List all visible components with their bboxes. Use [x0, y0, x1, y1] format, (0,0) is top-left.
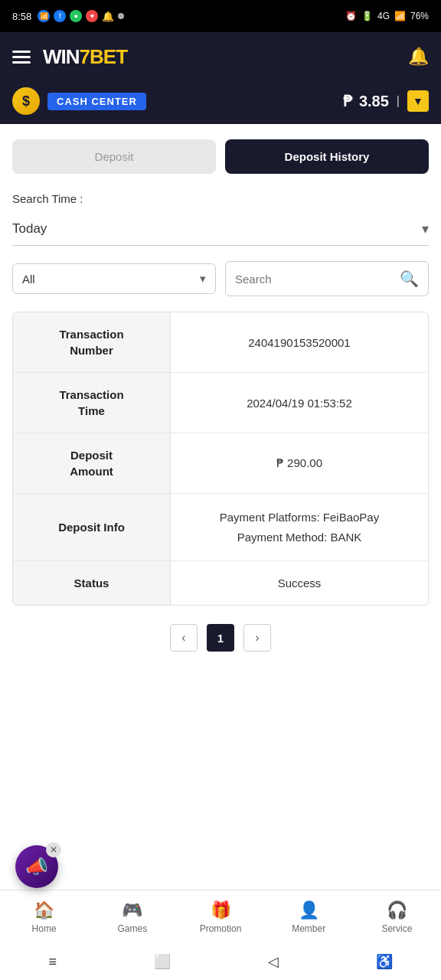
time-dropdown[interactable]: Today ▾: [12, 213, 429, 246]
deposit-tab[interactable]: Deposit: [12, 139, 216, 174]
status-bar: 8:58 📶 f ● ♥ 🔔 ⏰ 🔋 4G 📶 76%: [0, 0, 441, 32]
balance-dropdown[interactable]: ▼: [407, 90, 429, 112]
android-nav-bar: ≡ ⬜ ◁ ♿: [0, 943, 441, 980]
signal-bars: 📶: [394, 11, 406, 21]
nav-item-games[interactable]: 🎮 Games: [88, 890, 176, 943]
floating-promo-button[interactable]: 📣 ✕: [15, 845, 58, 888]
balance-value: 3.85: [359, 93, 389, 109]
android-menu-btn[interactable]: ≡: [48, 954, 57, 970]
nav-label-home: Home: [32, 923, 57, 934]
nav-label-service: Service: [381, 923, 412, 934]
transaction-table: TransactionNumber 24041901535200​01 Tran…: [12, 312, 429, 606]
tx-time-value: 2024/04/19 01:53:52: [171, 373, 428, 433]
filter-selected-value: All: [22, 273, 35, 286]
hamburger-menu[interactable]: [12, 51, 31, 64]
time-display: 8:58: [12, 11, 31, 22]
nav-label-games: Games: [117, 923, 147, 934]
dot-icon: [118, 13, 124, 19]
tx-status-value: Success: [171, 561, 428, 605]
cash-center-label: CASH CENTER: [47, 93, 146, 110]
filter-row: All ▾ 🔍: [12, 261, 429, 296]
wifi-icon: 📶: [38, 10, 50, 22]
search-button[interactable]: 🔍: [400, 270, 419, 288]
search-input-wrap: 🔍: [225, 261, 429, 296]
android-back-btn[interactable]: ◁: [268, 953, 279, 970]
nav-label-member: Member: [292, 923, 325, 934]
cash-center-bar: $ CASH CENTER ₱ 3.85 | ▼: [0, 81, 441, 124]
tx-method: Payment Method: BANK: [237, 528, 362, 547]
member-icon: 👤: [299, 900, 319, 920]
signal-label: 4G: [377, 11, 390, 21]
table-row: TransactionTime 2024/04/19 01:53:52: [13, 373, 428, 433]
nav-label-promotion: Promotion: [200, 923, 242, 934]
time-selected-value: Today: [12, 221, 47, 237]
filter-dropdown-arrow: ▾: [200, 272, 206, 286]
search-input[interactable]: [235, 273, 382, 286]
time-dropdown-arrow: ▾: [422, 220, 429, 237]
main-content: Deposit Deposit History Search Time : To…: [0, 124, 441, 890]
search-time-label: Search Time :: [12, 192, 429, 205]
service-icon: 🎧: [387, 900, 407, 920]
deposit-history-tab[interactable]: Deposit History: [225, 139, 429, 174]
nav-item-service[interactable]: 🎧 Service: [353, 890, 441, 943]
tx-status-label: Status: [13, 561, 171, 605]
logo-text: WIN: [43, 45, 80, 68]
table-row: DepositAmount ₱ 290.00: [13, 433, 428, 494]
alarm-icon: ⏰: [345, 11, 357, 21]
tx-platform: Payment Platforms: FeiBaoPay: [220, 508, 379, 528]
home-icon: 🏠: [34, 900, 54, 920]
tx-info-value: Payment Platforms: FeiBaoPay Payment Met…: [171, 494, 428, 560]
prev-page-button[interactable]: ‹: [170, 624, 198, 652]
games-icon: 🎮: [122, 900, 142, 920]
table-row: Status Success: [13, 561, 428, 605]
filter-all-dropdown[interactable]: All ▾: [12, 263, 216, 294]
tx-time-label: TransactionTime: [13, 373, 171, 433]
bottom-nav: 🏠 Home 🎮 Games 🎁 Promotion 👤 Member 🎧 Se…: [0, 890, 441, 943]
notification-icon: 🔔: [102, 11, 114, 22]
nav-item-home[interactable]: 🏠 Home: [0, 890, 88, 943]
floating-close-button[interactable]: ✕: [46, 842, 61, 858]
battery-level: 76%: [410, 11, 429, 21]
tx-amount-value: ₱ 290.00: [171, 433, 428, 493]
tx-number-value: 24041901535200​01: [171, 312, 428, 372]
tx-amount-label: DepositAmount: [13, 433, 171, 493]
app-header: WIN7BET 🔔: [0, 32, 441, 81]
app-logo: WIN7BET: [43, 45, 127, 69]
fb-icon: f: [54, 10, 66, 22]
android-home-btn[interactable]: ⬜: [154, 953, 171, 970]
app-icon-green: ●: [70, 10, 82, 22]
peso-sign: ₱: [343, 93, 353, 109]
tx-info-label: Deposit Info: [13, 494, 171, 560]
battery-icon: 🔋: [361, 11, 373, 21]
promotion-icon: 🎁: [211, 900, 231, 920]
balance-display: ₱ 3.85: [343, 92, 389, 110]
dollar-icon: $: [12, 87, 40, 115]
notification-bell[interactable]: 🔔: [408, 47, 429, 67]
megaphone-icon: 📣: [25, 856, 48, 877]
pagination: ‹ 1 ›: [12, 624, 429, 652]
nav-item-promotion[interactable]: 🎁 Promotion: [176, 890, 264, 943]
next-page-button[interactable]: ›: [243, 624, 271, 652]
current-page: 1: [207, 624, 234, 652]
divider: |: [397, 94, 400, 108]
android-accessibility-btn[interactable]: ♿: [376, 953, 393, 970]
table-row: Deposit Info Payment Platforms: FeiBaoPa…: [13, 494, 428, 561]
tx-number-label: TransactionNumber: [13, 312, 171, 372]
nav-item-member[interactable]: 👤 Member: [265, 890, 353, 943]
tab-row: Deposit Deposit History: [12, 139, 429, 174]
logo-bold: 7: [80, 45, 90, 68]
table-row: TransactionNumber 24041901535200​01: [13, 312, 428, 373]
app-icon-red: ♥: [86, 10, 98, 22]
